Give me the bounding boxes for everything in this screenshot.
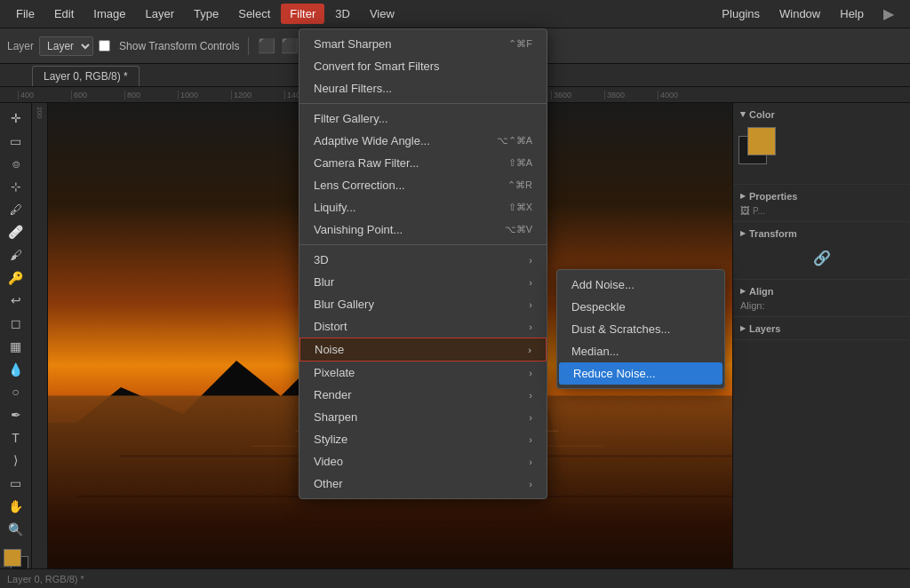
ruler-tick: 3200: [444, 91, 498, 99]
menu-help[interactable]: Help: [831, 4, 873, 24]
layer-select[interactable]: Layer: [39, 36, 93, 56]
ruler-vertical: 200: [32, 103, 48, 588]
layers-section: ▸ Layers: [733, 317, 910, 340]
menu-bar: File Edit Image Layer Type Select Filter…: [0, 0, 910, 28]
ruler-tick: 3600: [551, 91, 604, 99]
align-section-title[interactable]: ▸ Align: [740, 285, 903, 297]
toolbar: Layer Layer Show Transform Controls ⬛ ⬛ …: [0, 28, 910, 64]
layers-section-title[interactable]: ▸ Layers: [740, 322, 903, 334]
properties-section: ▸ Properties 🖼 P...: [733, 185, 910, 222]
path-tool[interactable]: ⟩: [4, 451, 28, 471]
chevron-right-icon-2: ▸: [740, 227, 746, 239]
pen-tool[interactable]: ✒: [4, 405, 28, 425]
show-transform-checkbox[interactable]: [99, 40, 110, 52]
document-tab[interactable]: Layer 0, RGB/8) *: [32, 66, 140, 86]
dodge-tool[interactable]: ○: [4, 382, 28, 401]
hand-tool[interactable]: ✋: [4, 497, 28, 516]
transform-section: ▸ Transform 🔗: [733, 222, 910, 280]
status-bar: Layer 0, RGB/8) *: [0, 568, 910, 588]
history-brush-tool[interactable]: ↩: [4, 291, 28, 311]
transform-section-title[interactable]: ▸ Transform: [740, 227, 903, 239]
heal-tool[interactable]: 🩹: [4, 223, 28, 242]
menu-image[interactable]: Image: [84, 4, 134, 24]
align-center-icon[interactable]: ⬛: [281, 37, 299, 54]
menu-3d[interactable]: 3D: [326, 4, 359, 24]
menu-file[interactable]: File: [7, 4, 44, 24]
menu-select[interactable]: Select: [229, 4, 279, 24]
chevron-right-icon-3: ▸: [740, 285, 746, 297]
move-icon[interactable]: ✛: [317, 39, 328, 53]
color-section-title[interactable]: ▾ Color: [740, 108, 903, 120]
ruler-tick: 3000: [391, 91, 444, 99]
play-button[interactable]: ▶: [874, 2, 903, 26]
color-swatches: [740, 120, 903, 179]
align-left-icon[interactable]: ⬛: [258, 37, 275, 54]
menu-plugins[interactable]: Plugins: [713, 4, 769, 24]
menu-window[interactable]: Window: [770, 4, 829, 24]
properties-section-title[interactable]: ▸ Properties: [740, 190, 903, 202]
tab-bar: Layer 0, RGB/8) *: [0, 64, 910, 87]
show-transform-label: Show Transform Controls: [119, 40, 239, 52]
ruler-tick: 3800: [604, 91, 658, 99]
brush-tool[interactable]: 🖌: [4, 245, 28, 265]
zoom-tool[interactable]: 🔍: [4, 520, 28, 539]
crop-tool[interactable]: ⊹: [4, 177, 28, 196]
color-section: ▾ Color: [733, 103, 910, 185]
move-tool[interactable]: ✛: [4, 108, 28, 128]
ruler-tick: 4000: [658, 91, 711, 99]
transform-body: 🔗: [740, 239, 903, 274]
ruler-tick: 1000: [178, 91, 231, 99]
properties-panel: ▾ Color ▸ Properties 🖼 P... ▸: [732, 103, 910, 568]
text-tool[interactable]: T: [4, 428, 28, 448]
camera-icon[interactable]: 📷: [333, 39, 348, 53]
align-section: ▸ Align Align:: [733, 280, 910, 317]
ruler-horizontal: 400 600 800 1000 1200 1400 1600 3000 320…: [0, 87, 910, 103]
ruler-tick: 600: [71, 91, 124, 99]
ruler-tick: 800: [124, 91, 178, 99]
chevron-right-icon-4: ▸: [740, 322, 746, 334]
foreground-color-swatch[interactable]: [747, 127, 776, 155]
menu-type[interactable]: Type: [185, 4, 228, 24]
background-color[interactable]: [4, 549, 21, 567]
status-text: Layer 0, RGB/8) *: [7, 574, 84, 584]
layer-label: Layer: [7, 40, 34, 52]
chevron-down-icon: ▾: [740, 108, 746, 120]
chevron-right-icon: ▸: [740, 190, 746, 202]
menu-filter[interactable]: Filter: [281, 4, 324, 24]
properties-body: 🖼 P...: [740, 202, 903, 216]
ruler-tick: 3400: [498, 91, 551, 99]
gradient-tool[interactable]: ▦: [4, 337, 28, 356]
lasso-tool[interactable]: ⌾: [4, 154, 28, 173]
blur-tool[interactable]: 💧: [4, 360, 28, 379]
menu-layer[interactable]: Layer: [137, 4, 184, 24]
toolbar-divider: [248, 37, 249, 55]
menu-view[interactable]: View: [361, 4, 403, 24]
eyedropper-tool[interactable]: 🖋: [4, 200, 28, 219]
menu-edit[interactable]: Edit: [45, 4, 83, 24]
properties-icon: 🖼: [740, 205, 750, 216]
ruler-tick: 1400: [284, 91, 338, 99]
toolbar-divider-2: [307, 37, 308, 55]
ruler-tick: 1600: [338, 91, 391, 99]
link-icon: 🔗: [813, 250, 831, 266]
tools-panel: ✛ ▭ ⌾ ⊹ 🖋 🩹 🖌 🔑 ↩ ◻ ▦ 💧 ○ ✒ T ⟩ ▭ ✋ 🔍: [0, 103, 32, 568]
clone-tool[interactable]: 🔑: [4, 268, 28, 288]
select-rect-tool[interactable]: ▭: [4, 131, 28, 151]
shape-tool[interactable]: ▭: [4, 473, 28, 493]
ruler-tick: 400: [18, 91, 71, 99]
eraser-tool[interactable]: ◻: [4, 314, 28, 333]
properties-type: P...: [753, 206, 765, 216]
ruler-tick: 1200: [231, 91, 284, 99]
align-body: Align:: [740, 297, 903, 311]
